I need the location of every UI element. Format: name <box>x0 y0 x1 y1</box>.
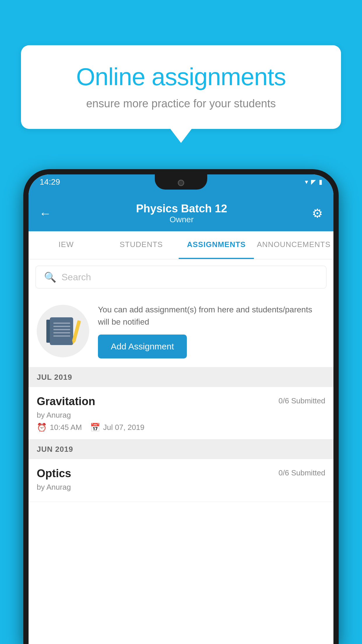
assignment-info: You can add assignment(s) from here and … <box>98 304 325 358</box>
battery-icon: ▮ <box>319 178 322 186</box>
search-container: 🔍 Search <box>29 259 333 295</box>
settings-icon[interactable]: ⚙ <box>312 206 323 220</box>
search-input[interactable]: Search <box>61 272 91 283</box>
phone-inner: 14:29 ▾ ◤ ▮ ← Physics Batch 12 Owner ⚙ I… <box>29 174 333 644</box>
status-icons: ▾ ◤ ▮ <box>305 178 322 186</box>
speech-bubble-subtitle: ensure more practice for your students <box>41 97 321 110</box>
add-assignment-button[interactable]: Add Assignment <box>98 335 187 358</box>
search-bar[interactable]: 🔍 Search <box>36 266 326 288</box>
assignment-item-optics-header: Optics 0/6 Submitted <box>37 467 325 480</box>
app-header: ← Physics Batch 12 Owner ⚙ <box>29 197 333 231</box>
assignment-time-value: 10:45 AM <box>50 423 82 432</box>
back-button[interactable]: ← <box>39 206 51 220</box>
speech-bubble-container: Online assignments ensure more practice … <box>21 45 341 129</box>
assignment-by-optics: by Anurag <box>37 483 325 492</box>
assignment-name-optics: Optics <box>37 467 71 480</box>
tabs-container: IEW STUDENTS ASSIGNMENTS ANNOUNCEMENTS <box>29 231 333 259</box>
assignment-item-gravitation[interactable]: Gravitation 0/6 Submitted by Anurag ⏰ 10… <box>29 387 333 440</box>
assignment-by: by Anurag <box>37 411 325 420</box>
signal-icon: ◤ <box>311 178 316 186</box>
notebook-lines <box>53 323 70 339</box>
page-title: Physics Batch 12 <box>136 202 227 215</box>
status-time: 14:29 <box>40 177 60 187</box>
assignment-date: 📅 Jul 07, 2019 <box>90 423 145 432</box>
tab-iew[interactable]: IEW <box>29 231 104 259</box>
assignment-submitted-optics: 0/6 Submitted <box>279 468 325 477</box>
phone-frame: 14:29 ▾ ◤ ▮ ← Physics Batch 12 Owner ⚙ I… <box>23 169 339 644</box>
status-bar: 14:29 ▾ ◤ ▮ <box>29 174 333 190</box>
notebook-pencil-icon <box>53 317 73 345</box>
assignment-name: Gravitation <box>37 395 95 408</box>
assignment-icon-circle <box>37 305 89 357</box>
calendar-icon: 📅 <box>90 423 100 432</box>
wifi-icon: ▾ <box>305 178 308 186</box>
tab-assignments[interactable]: ASSIGNMENTS <box>179 231 254 259</box>
phone-notch-area: 14:29 ▾ ◤ ▮ <box>29 174 333 197</box>
assignment-submitted: 0/6 Submitted <box>279 396 325 405</box>
tab-announcements[interactable]: ANNOUNCEMENTS <box>254 231 333 259</box>
speech-bubble: Online assignments ensure more practice … <box>21 45 341 129</box>
add-assignment-section: You can add assignment(s) from here and … <box>29 295 333 368</box>
clock-icon: ⏰ <box>37 423 47 432</box>
speech-bubble-title: Online assignments <box>41 63 321 91</box>
month-header-jun: JUN 2019 <box>29 440 333 459</box>
assignment-item-optics[interactable]: Optics 0/6 Submitted by Anurag <box>29 459 333 502</box>
tab-students[interactable]: STUDENTS <box>104 231 179 259</box>
search-icon: 🔍 <box>44 271 56 283</box>
header-center: Physics Batch 12 Owner <box>136 202 227 224</box>
notebook-icon <box>50 317 73 345</box>
pencil-icon <box>72 320 81 341</box>
assignment-time: ⏰ 10:45 AM <box>37 423 82 432</box>
assignment-item-header: Gravitation 0/6 Submitted <box>37 395 325 408</box>
page-subtitle: Owner <box>136 215 227 224</box>
month-header-jul: JUL 2019 <box>29 368 333 387</box>
assignment-description: You can add assignment(s) from here and … <box>98 304 325 328</box>
assignment-meta: ⏰ 10:45 AM 📅 Jul 07, 2019 <box>37 423 325 432</box>
assignment-date-value: Jul 07, 2019 <box>103 423 145 432</box>
